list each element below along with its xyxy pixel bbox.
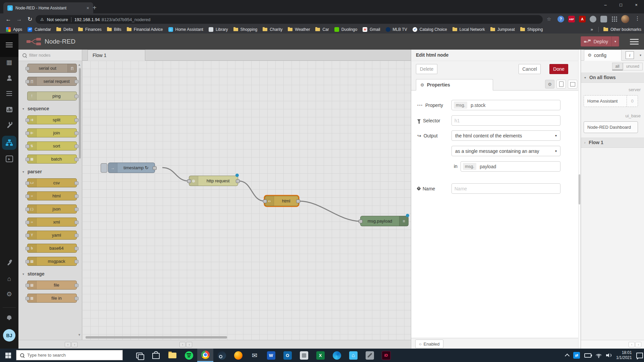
- msg-prefix-chip[interactable]: msg.: [454, 102, 467, 109]
- start-button[interactable]: [0, 349, 16, 362]
- taskbar-search-input[interactable]: Type here to search: [16, 350, 123, 360]
- done-button[interactable]: Done: [549, 64, 568, 74]
- ha-supervisor-icon[interactable]: ⌂: [0, 276, 18, 282]
- browser-menu-icon[interactable]: ⋮: [635, 15, 640, 21]
- taskbar-chrome-active[interactable]: [197, 349, 213, 362]
- properties-tab-icon-button[interactable]: ⚙: [545, 80, 554, 88]
- bookmark-delta[interactable]: Delta: [54, 27, 75, 32]
- property-value-field[interactable]: [469, 103, 559, 108]
- ha-overview-icon[interactable]: ▦: [0, 59, 18, 66]
- help-extension-icon[interactable]: ?: [557, 16, 564, 22]
- teamviewer-tray-icon[interactable]: ⇄: [573, 352, 580, 359]
- output-mode-select[interactable]: as a single message containing an array …: [451, 146, 560, 156]
- sidebar-expand-button[interactable]: «: [629, 342, 635, 347]
- bookmark-mlb-tv[interactable]: MLB TV: [383, 27, 410, 32]
- action-center-icon[interactable]: [636, 353, 643, 358]
- ha-user-avatar[interactable]: BJ: [3, 329, 15, 342]
- bookmark-car[interactable]: Car: [313, 27, 331, 32]
- new-tab-button[interactable]: +: [93, 3, 97, 12]
- taskbar-home-assistant[interactable]: ⌂: [345, 349, 361, 362]
- reload-icon[interactable]: ↻: [25, 15, 34, 24]
- bookmark-bills[interactable]: Bills: [104, 27, 124, 32]
- sidebar-tabs-caret[interactable]: ▾: [640, 53, 641, 57]
- enabled-toggle-button[interactable]: ○ Enabled: [415, 340, 443, 348]
- selector-input[interactable]: [451, 115, 560, 126]
- taskbar-spotify[interactable]: [181, 349, 197, 362]
- cancel-button[interactable]: Cancel: [519, 64, 541, 74]
- ha-history-icon[interactable]: [0, 107, 18, 112]
- deploy-options-caret[interactable]: ▾: [611, 37, 619, 46]
- bookmark-weather[interactable]: Weather: [285, 27, 313, 32]
- name-field[interactable]: [453, 186, 559, 191]
- filter-unused-button[interactable]: unused: [623, 63, 643, 70]
- output-select[interactable]: the html content of the elements ▾: [451, 130, 560, 141]
- bookmark-charity[interactable]: Charity: [260, 27, 285, 32]
- taskbar-store[interactable]: [148, 349, 164, 362]
- volume-icon[interactable]: [606, 353, 612, 358]
- taskbar-word[interactable]: W: [263, 349, 279, 362]
- bookmark-duolingo[interactable]: Duolingo: [332, 27, 360, 32]
- in-value-field[interactable]: [478, 164, 559, 169]
- task-view-button[interactable]: [131, 349, 147, 362]
- adobe-extension-icon[interactable]: A: [579, 16, 586, 22]
- config-node-dashboard[interactable]: Node-RED Dashboard: [584, 121, 638, 133]
- bookmark-gmail[interactable]: MGmail: [360, 27, 383, 32]
- property-input[interactable]: msg.: [451, 100, 560, 110]
- bookmark-shopping[interactable]: Shopping: [231, 27, 260, 32]
- bookmark-financial-advice[interactable]: Financial Advice: [124, 27, 166, 32]
- description-tab-button[interactable]: [556, 80, 566, 88]
- sidebar-collapse-button[interactable]: »: [635, 342, 641, 347]
- taskbar-excel[interactable]: X: [312, 349, 328, 362]
- taskbar-tools-app[interactable]: [362, 349, 378, 362]
- tray-expand-icon[interactable]: [565, 353, 570, 358]
- bookmark-shipping[interactable]: Shipping: [518, 27, 546, 32]
- taskbar-file-explorer[interactable]: [164, 349, 180, 362]
- other-bookmarks[interactable]: Other bookmarks: [601, 27, 644, 32]
- deploy-button[interactable]: Deploy ▾: [581, 36, 619, 47]
- nodered-menu-icon[interactable]: [630, 39, 639, 46]
- config-node-home-assistant[interactable]: Home Assistant 0: [584, 95, 638, 107]
- filter-all-button[interactable]: all: [612, 63, 623, 70]
- bookmark-library[interactable]: Library: [206, 27, 231, 32]
- browser-tab[interactable]: ⌂ Node-RED - Home Assistant ×: [3, 2, 93, 13]
- name-input[interactable]: [451, 183, 560, 194]
- msg-prefix-chip[interactable]: msg.: [463, 163, 476, 170]
- bookmark-catalog-choice[interactable]: ✓Catalog Choice: [410, 27, 450, 32]
- section-on-all-flows[interactable]: ▾ On all flows: [581, 72, 644, 83]
- bookmark-local-network[interactable]: Local Network: [450, 27, 488, 32]
- window-minimize-icon[interactable]: –: [598, 0, 613, 10]
- battery-icon[interactable]: [584, 353, 591, 358]
- ha-nodered-active-item[interactable]: [2, 136, 16, 150]
- tab-properties[interactable]: ⚙ Properties: [416, 79, 493, 90]
- tab-config[interactable]: ⚙ config: [584, 50, 622, 61]
- forward-icon[interactable]: →: [15, 15, 23, 24]
- back-icon[interactable]: ←: [4, 15, 13, 24]
- bookmark-jumpseat[interactable]: Jumpseat: [488, 27, 518, 32]
- bookmarks-overflow-chevron[interactable]: »: [587, 27, 596, 32]
- appearance-tab-button[interactable]: [568, 80, 577, 88]
- ha-devtools-icon[interactable]: [0, 122, 18, 129]
- ha-map-person-icon[interactable]: [0, 75, 18, 81]
- tab-close-icon[interactable]: ×: [85, 5, 91, 11]
- bookmark-finances[interactable]: Finances: [75, 27, 104, 32]
- bookmark-home-assistant[interactable]: ⌂Home Assistant: [166, 27, 206, 32]
- delete-button[interactable]: Delete: [416, 64, 437, 74]
- wifi-icon[interactable]: [596, 353, 602, 358]
- taskbar-indesign[interactable]: iD: [378, 349, 394, 362]
- info-tab-button[interactable]: i: [626, 51, 634, 59]
- taskbar-mail[interactable]: ✉: [247, 349, 263, 362]
- taskbar-firefox[interactable]: [230, 349, 246, 362]
- selector-field[interactable]: [453, 118, 559, 123]
- taskbar-gray-app[interactable]: [296, 349, 312, 362]
- adblock-extension-icon[interactable]: ABP: [568, 16, 575, 22]
- bookmark-star-icon[interactable]: ☆: [547, 16, 551, 22]
- window-close-icon[interactable]: ×: [629, 0, 644, 10]
- taskbar-clock[interactable]: 18:01 1/1/2021: [616, 350, 632, 360]
- ha-media-icon[interactable]: ▶: [0, 156, 18, 162]
- apps-grid-icon[interactable]: [611, 16, 618, 22]
- in-property-input[interactable]: msg.: [461, 161, 560, 172]
- ha-notifications-icon[interactable]: [0, 315, 18, 319]
- bookmark-apps[interactable]: Apps: [3, 27, 25, 32]
- tray-scrollbar-track[interactable]: [578, 50, 581, 349]
- ha-logbook-icon[interactable]: [0, 91, 18, 96]
